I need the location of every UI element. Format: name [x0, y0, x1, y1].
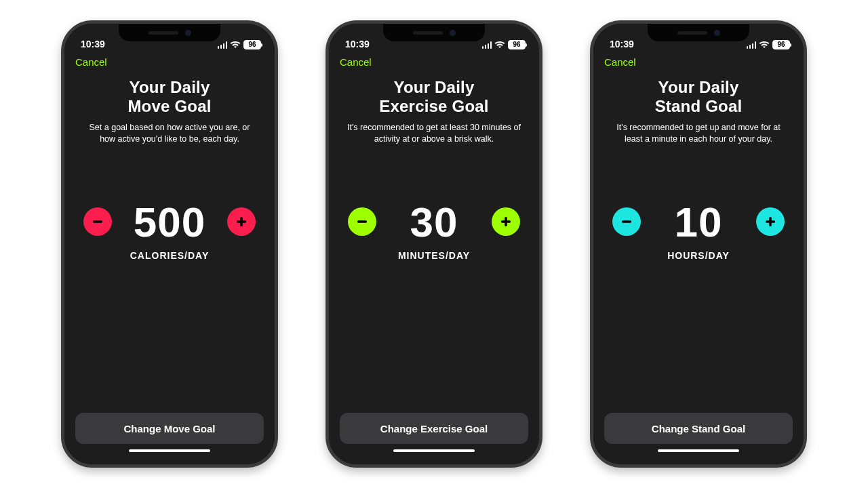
svg-rect-8: [769, 217, 772, 226]
phone-stand: 10:39 96 Cancel Your Daily Stand Goal It…: [590, 20, 807, 468]
bottom-area: Change Move Goal: [64, 413, 275, 464]
status-right: 96: [482, 40, 526, 49]
phone-notch: [648, 24, 749, 41]
wifi-icon: [494, 41, 505, 49]
title-line1: Your Daily: [658, 78, 739, 96]
battery-level: 96: [513, 41, 520, 48]
increment-button[interactable]: [756, 207, 785, 236]
goal-value: 30: [390, 198, 478, 246]
nav-bar: Cancel: [64, 51, 275, 68]
page-title: Your Daily Stand Goal: [655, 78, 743, 115]
cancel-button[interactable]: Cancel: [604, 56, 636, 68]
bottom-area: Change Exercise Goal: [329, 413, 539, 464]
page-subtitle: Set a goal based on how active you are, …: [77, 122, 262, 145]
status-time: 10:39: [81, 39, 105, 49]
goal-stepper: 10: [606, 198, 791, 246]
increment-button[interactable]: [227, 207, 256, 236]
battery-level: 96: [248, 41, 256, 48]
battery-level: 96: [777, 41, 785, 48]
screen-move: 10:39 96 Cancel Your Daily Move Goal Set…: [64, 24, 275, 464]
decrement-button[interactable]: [348, 207, 376, 236]
cellular-icon: [747, 41, 757, 49]
svg-rect-0: [93, 221, 102, 224]
screen-exercise: 10:39 96 Cancel Your Daily Exercise Goal…: [329, 24, 539, 464]
cancel-button[interactable]: Cancel: [340, 56, 372, 68]
change-goal-button[interactable]: Change Exercise Goal: [340, 413, 528, 444]
change-goal-button[interactable]: Change Stand Goal: [604, 413, 793, 444]
bottom-area: Change Stand Goal: [593, 413, 804, 464]
phone-notch: [383, 24, 485, 41]
battery-icon: 96: [772, 40, 790, 49]
nav-bar: Cancel: [593, 51, 804, 68]
battery-icon: 96: [243, 40, 261, 49]
wifi-icon: [230, 41, 241, 49]
home-indicator[interactable]: [393, 449, 475, 452]
svg-rect-2: [240, 217, 243, 226]
svg-rect-3: [357, 221, 367, 224]
cellular-icon: [482, 41, 492, 49]
home-indicator[interactable]: [658, 449, 739, 452]
increment-button[interactable]: [492, 207, 520, 236]
nav-bar: Cancel: [329, 51, 539, 68]
cellular-icon: [218, 41, 228, 49]
title-line2: Exercise Goal: [379, 97, 488, 115]
content-move: Your Daily Move Goal Set a goal based on…: [64, 68, 275, 413]
svg-rect-5: [505, 217, 507, 226]
decrement-button[interactable]: [612, 207, 641, 236]
change-goal-button[interactable]: Change Move Goal: [75, 413, 264, 444]
content-stand: Your Daily Stand Goal It's recommended t…: [593, 68, 804, 413]
goal-value: 500: [125, 198, 214, 246]
svg-rect-6: [622, 221, 631, 224]
title-line2: Move Goal: [127, 97, 211, 115]
goal-stepper: 500: [77, 198, 262, 246]
title-line1: Your Daily: [394, 78, 475, 96]
cancel-button[interactable]: Cancel: [75, 56, 107, 68]
page-title: Your Daily Move Goal: [127, 78, 211, 115]
home-indicator[interactable]: [129, 449, 210, 452]
decrement-button[interactable]: [83, 207, 112, 236]
status-time: 10:39: [345, 39, 370, 49]
status-right: 96: [747, 40, 791, 49]
title-line2: Stand Goal: [655, 97, 743, 115]
screen-stand: 10:39 96 Cancel Your Daily Stand Goal It…: [593, 24, 804, 464]
title-line1: Your Daily: [130, 78, 210, 96]
wifi-icon: [759, 41, 770, 49]
content-exercise: Your Daily Exercise Goal It's recommende…: [329, 68, 539, 413]
goal-value: 10: [654, 198, 743, 246]
goal-unit: CALORIES/DAY: [130, 250, 210, 261]
battery-icon: 96: [508, 40, 526, 49]
stage: 10:39 96 Cancel Your Daily Move Goal Set…: [0, 0, 868, 488]
page-subtitle: It's recommended to get at least 30 minu…: [341, 122, 527, 145]
page-subtitle: It's recommended to get up and move for …: [606, 122, 791, 145]
phone-exercise: 10:39 96 Cancel Your Daily Exercise Goal…: [326, 20, 542, 468]
goal-stepper: 30: [341, 198, 527, 246]
status-right: 96: [218, 40, 262, 49]
page-title: Your Daily Exercise Goal: [379, 78, 488, 115]
phone-move: 10:39 96 Cancel Your Daily Move Goal Set…: [61, 20, 278, 468]
status-time: 10:39: [610, 39, 634, 49]
phone-notch: [119, 24, 220, 41]
goal-unit: HOURS/DAY: [667, 250, 730, 261]
goal-unit: MINUTES/DAY: [398, 250, 470, 261]
